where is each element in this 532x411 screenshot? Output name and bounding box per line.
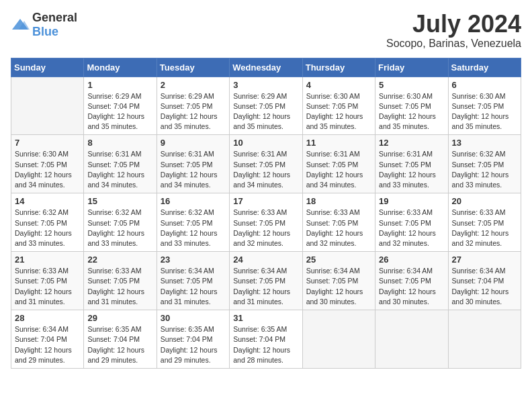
- day-info: Sunrise: 6:34 AM Sunset: 7:05 PM Dayligh…: [161, 266, 226, 307]
- day-number: 3: [233, 80, 298, 90]
- day-number: 17: [233, 196, 298, 206]
- day-info: Sunrise: 6:29 AM Sunset: 7:04 PM Dayligh…: [87, 91, 152, 132]
- calendar-cell: 3Sunrise: 6:29 AM Sunset: 7:05 PM Daylig…: [230, 77, 302, 135]
- calendar-cell: 27Sunrise: 6:34 AM Sunset: 7:04 PM Dayli…: [448, 252, 521, 310]
- day-number: 2: [161, 80, 226, 90]
- day-info: Sunrise: 6:31 AM Sunset: 7:05 PM Dayligh…: [161, 149, 226, 190]
- logo-general: General: [32, 11, 77, 24]
- calendar-cell: 14Sunrise: 6:32 AM Sunset: 7:05 PM Dayli…: [11, 193, 84, 252]
- day-number: 21: [15, 255, 80, 265]
- day-info: Sunrise: 6:32 AM Sunset: 7:05 PM Dayligh…: [87, 208, 152, 248]
- day-number: 14: [15, 196, 80, 206]
- calendar-week-row: 28Sunrise: 6:34 AM Sunset: 7:04 PM Dayli…: [11, 310, 521, 369]
- calendar-cell: 24Sunrise: 6:34 AM Sunset: 7:05 PM Dayli…: [230, 252, 302, 310]
- calendar-week-row: 7Sunrise: 6:30 AM Sunset: 7:05 PM Daylig…: [11, 135, 521, 193]
- calendar-cell: 18Sunrise: 6:33 AM Sunset: 7:05 PM Dayli…: [302, 193, 375, 252]
- day-number: 1: [87, 80, 152, 90]
- logo-icon: [11, 17, 30, 32]
- calendar-cell: 8Sunrise: 6:31 AM Sunset: 7:05 PM Daylig…: [84, 135, 157, 193]
- day-number: 9: [161, 138, 226, 148]
- day-number: 12: [379, 138, 444, 148]
- day-info: Sunrise: 6:33 AM Sunset: 7:05 PM Dayligh…: [306, 208, 371, 248]
- day-info: Sunrise: 6:31 AM Sunset: 7:05 PM Dayligh…: [233, 149, 298, 190]
- calendar-cell: 17Sunrise: 6:33 AM Sunset: 7:05 PM Dayli…: [230, 193, 302, 252]
- day-number: 7: [15, 138, 80, 148]
- day-number: 23: [161, 255, 226, 265]
- day-info: Sunrise: 6:29 AM Sunset: 7:05 PM Dayligh…: [161, 91, 226, 132]
- logo: General Blue: [11, 11, 77, 39]
- day-number: 28: [15, 313, 80, 323]
- day-info: Sunrise: 6:34 AM Sunset: 7:05 PM Dayligh…: [379, 266, 444, 307]
- day-number: 24: [233, 255, 298, 265]
- calendar-cell: [302, 310, 375, 369]
- day-info: Sunrise: 6:35 AM Sunset: 7:04 PM Dayligh…: [87, 324, 152, 365]
- day-info: Sunrise: 6:34 AM Sunset: 7:05 PM Dayligh…: [233, 266, 298, 307]
- calendar-cell: 16Sunrise: 6:32 AM Sunset: 7:05 PM Dayli…: [157, 193, 229, 252]
- logo-blue: Blue: [32, 25, 58, 38]
- calendar-cell: 9Sunrise: 6:31 AM Sunset: 7:05 PM Daylig…: [157, 135, 229, 193]
- weekday-header: Sunday: [11, 58, 84, 77]
- day-info: Sunrise: 6:33 AM Sunset: 7:05 PM Dayligh…: [87, 266, 152, 307]
- weekday-header: Monday: [84, 58, 157, 77]
- calendar-cell: 29Sunrise: 6:35 AM Sunset: 7:04 PM Dayli…: [84, 310, 157, 369]
- weekday-header: Tuesday: [157, 58, 229, 77]
- calendar-cell: [11, 77, 84, 135]
- day-number: 15: [87, 196, 152, 206]
- calendar-cell: [448, 310, 521, 369]
- day-info: Sunrise: 6:34 AM Sunset: 7:04 PM Dayligh…: [452, 266, 517, 307]
- day-info: Sunrise: 6:33 AM Sunset: 7:05 PM Dayligh…: [379, 208, 444, 248]
- calendar-table: SundayMondayTuesdayWednesdayThursdayFrid…: [11, 58, 521, 369]
- day-info: Sunrise: 6:35 AM Sunset: 7:04 PM Dayligh…: [233, 324, 298, 365]
- day-number: 29: [87, 313, 152, 323]
- calendar-cell: 22Sunrise: 6:33 AM Sunset: 7:05 PM Dayli…: [84, 252, 157, 310]
- calendar-cell: 7Sunrise: 6:30 AM Sunset: 7:05 PM Daylig…: [11, 135, 84, 193]
- calendar-cell: 15Sunrise: 6:32 AM Sunset: 7:05 PM Dayli…: [84, 193, 157, 252]
- day-number: 30: [161, 313, 226, 323]
- calendar-cell: 25Sunrise: 6:34 AM Sunset: 7:05 PM Dayli…: [302, 252, 375, 310]
- logo-text: General Blue: [32, 11, 77, 39]
- day-info: Sunrise: 6:30 AM Sunset: 7:05 PM Dayligh…: [379, 91, 444, 132]
- weekday-header: Thursday: [302, 58, 375, 77]
- calendar-cell: 13Sunrise: 6:32 AM Sunset: 7:05 PM Dayli…: [448, 135, 521, 193]
- calendar-cell: 19Sunrise: 6:33 AM Sunset: 7:05 PM Dayli…: [375, 193, 448, 252]
- calendar-cell: [375, 310, 448, 369]
- day-number: 27: [452, 255, 517, 265]
- day-info: Sunrise: 6:32 AM Sunset: 7:05 PM Dayligh…: [452, 149, 517, 190]
- day-number: 16: [161, 196, 226, 206]
- calendar-week-row: 1Sunrise: 6:29 AM Sunset: 7:04 PM Daylig…: [11, 77, 521, 135]
- calendar-cell: 5Sunrise: 6:30 AM Sunset: 7:05 PM Daylig…: [375, 77, 448, 135]
- calendar-cell: 1Sunrise: 6:29 AM Sunset: 7:04 PM Daylig…: [84, 77, 157, 135]
- day-number: 20: [452, 196, 517, 206]
- weekday-header-row: SundayMondayTuesdayWednesdayThursdayFrid…: [11, 58, 521, 77]
- day-number: 18: [306, 196, 371, 206]
- location: Socopo, Barinas, Venezuela: [386, 38, 521, 50]
- calendar-cell: 20Sunrise: 6:33 AM Sunset: 7:05 PM Dayli…: [448, 193, 521, 252]
- day-info: Sunrise: 6:29 AM Sunset: 7:05 PM Dayligh…: [233, 91, 298, 132]
- calendar-cell: 28Sunrise: 6:34 AM Sunset: 7:04 PM Dayli…: [11, 310, 84, 369]
- calendar-cell: 30Sunrise: 6:35 AM Sunset: 7:04 PM Dayli…: [157, 310, 229, 369]
- weekday-header: Friday: [375, 58, 448, 77]
- calendar-cell: 6Sunrise: 6:30 AM Sunset: 7:05 PM Daylig…: [448, 77, 521, 135]
- calendar-week-row: 21Sunrise: 6:33 AM Sunset: 7:05 PM Dayli…: [11, 252, 521, 310]
- calendar-cell: 21Sunrise: 6:33 AM Sunset: 7:05 PM Dayli…: [11, 252, 84, 310]
- day-info: Sunrise: 6:31 AM Sunset: 7:05 PM Dayligh…: [379, 149, 444, 190]
- day-info: Sunrise: 6:31 AM Sunset: 7:05 PM Dayligh…: [306, 149, 371, 190]
- calendar-week-row: 14Sunrise: 6:32 AM Sunset: 7:05 PM Dayli…: [11, 193, 521, 252]
- day-info: Sunrise: 6:30 AM Sunset: 7:05 PM Dayligh…: [306, 91, 371, 132]
- day-number: 19: [379, 196, 444, 206]
- calendar-cell: 11Sunrise: 6:31 AM Sunset: 7:05 PM Dayli…: [302, 135, 375, 193]
- day-info: Sunrise: 6:34 AM Sunset: 7:04 PM Dayligh…: [15, 324, 80, 365]
- day-number: 4: [306, 80, 371, 90]
- day-info: Sunrise: 6:32 AM Sunset: 7:05 PM Dayligh…: [15, 208, 80, 248]
- day-number: 10: [233, 138, 298, 148]
- month-year: July 2024: [386, 11, 521, 38]
- calendar-cell: 23Sunrise: 6:34 AM Sunset: 7:05 PM Dayli…: [157, 252, 229, 310]
- day-number: 31: [233, 313, 298, 323]
- title-block: July 2024 Socopo, Barinas, Venezuela: [386, 11, 521, 50]
- calendar-cell: 31Sunrise: 6:35 AM Sunset: 7:04 PM Dayli…: [230, 310, 302, 369]
- day-number: 11: [306, 138, 371, 148]
- calendar-cell: 4Sunrise: 6:30 AM Sunset: 7:05 PM Daylig…: [302, 77, 375, 135]
- day-number: 13: [452, 138, 517, 148]
- day-number: 25: [306, 255, 371, 265]
- weekday-header: Saturday: [448, 58, 521, 77]
